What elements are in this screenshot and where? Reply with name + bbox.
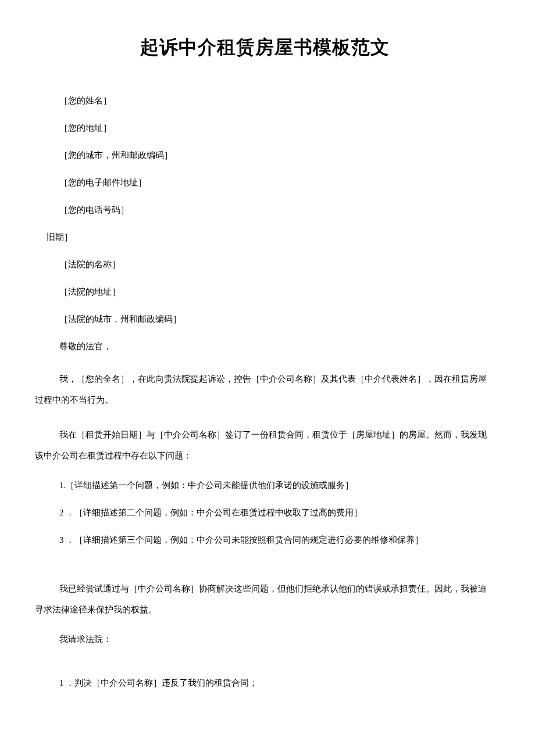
field-your-email: ［您的电子邮件地址］ [35,177,494,188]
field-court-name: ［法院的名称］ [35,259,494,270]
field-date: 旧期］ [35,232,494,243]
field-court-address: ［法院的地址］ [35,286,494,298]
attempt-text: 我已经尝试通过与［中介公司名称］协商解决这些问题，但他们拒绝承认他们的错误或承担… [35,584,487,614]
field-your-address: ［您的地址］ [35,123,494,134]
intro-text: 我，［您的全名］，在此向贵法院提起诉讼，控告［中介公司名称］及其代表［中介代表姓… [35,374,487,404]
request-intro: 我请求法院： [35,634,494,645]
issue-item-3: 3 ．［详细描述第三个问题，例如：中介公司未能按照租赁合同的规定进行必要的维修和… [35,535,494,546]
document-title: 起诉中介租赁房屋书模板范文 [35,35,494,60]
field-your-name: ［您的姓名］ [35,95,494,106]
issue-item-2: 2 ．［详细描述第二个问题，例如：中介公司在租赁过程中收取了过高的费用］ [35,507,494,518]
issue-item-1: 1.［详细描述第一个问题，例如：中介公司未能提供他们承诺的设施或服务］ [35,480,494,491]
attempt-paragraph: 我已经尝试通过与［中介公司名称］协商解决这些问题，但他们拒绝承认他们的错误或承担… [35,578,494,620]
field-your-phone: ［您的电话号码］ [35,205,494,216]
request-item-1: 1 ．判决［中介公司名称］违反了我们的租赁合同； [35,678,494,689]
intro-paragraph: 我，［您的全名］，在此向贵法院提起诉讼，控告［中介公司名称］及其代表［中介代表姓… [35,368,494,410]
background-text: 我在［租赁开始日期］与［中介公司名称］签订了一份租赁合同，租赁位于［房屋地址］的… [35,430,487,460]
salutation: 尊敬的法官， [35,341,494,352]
field-your-city-state-zip: ［您的城市，州和邮政编码］ [35,150,494,161]
background-paragraph: 我在［租赁开始日期］与［中介公司名称］签订了一份租赁合同，租赁位于［房屋地址］的… [35,424,494,466]
field-court-city-state-zip: ［法院的城市，州和邮政编码］ [35,314,494,325]
